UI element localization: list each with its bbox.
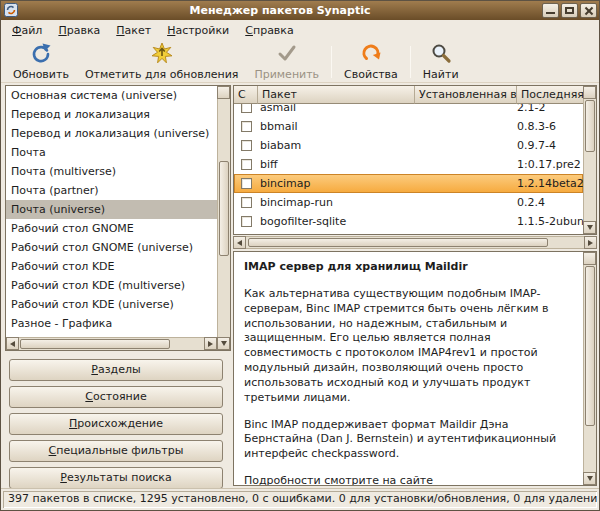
description-paragraph: Подробности смотрите на сайте http://www… [244, 474, 573, 485]
reload-button[interactable]: Обновить [5, 41, 77, 82]
scroll-down-arrow-icon[interactable] [583, 472, 596, 485]
package-name: bincimap-run [258, 196, 415, 209]
scrollbar-thumb[interactable] [585, 100, 595, 152]
scroll-right-arrow-icon[interactable] [584, 236, 597, 249]
sections-filter-button[interactable]: Разделы [9, 359, 223, 381]
table-row-selected[interactable]: bincimap 1.2.14beta2 [234, 174, 583, 193]
package-latest-version: 0.2.4 [517, 196, 583, 209]
toolbar-separator [331, 46, 332, 78]
scrollbar-thumb[interactable] [20, 339, 170, 349]
package-name: bbmail [258, 120, 415, 133]
synaptic-app-icon [4, 3, 18, 17]
section-item[interactable]: Перевод и локализация (universe) [6, 124, 217, 143]
section-item[interactable]: Основная система (universe) [6, 86, 217, 105]
minimize-icon [546, 12, 555, 14]
minimize-button[interactable] [542, 3, 559, 18]
scroll-left-arrow-icon[interactable] [233, 236, 246, 249]
section-item[interactable]: Разное - Графика [6, 314, 217, 333]
apply-button: Применить [246, 41, 327, 82]
column-header-latest-version[interactable]: Последняя ве [517, 86, 583, 104]
column-header-status[interactable]: C [234, 86, 258, 104]
maximize-icon [565, 7, 574, 14]
table-row[interactable]: biabam 0.9.7-4 [234, 136, 583, 155]
menu-settings[interactable]: Настройки [159, 21, 237, 40]
search-results-button[interactable]: Результаты поиска [9, 467, 223, 489]
description-vertical-scrollbar[interactable] [583, 252, 596, 485]
package-checkbox[interactable] [241, 121, 252, 132]
status-filter-button[interactable]: Состояние [9, 386, 223, 408]
table-vertical-scrollbar[interactable] [583, 86, 596, 234]
scrollbar-thumb[interactable] [248, 238, 548, 247]
properties-label: Свойства [344, 68, 398, 81]
scroll-right-arrow-icon[interactable] [204, 337, 217, 350]
table-row[interactable]: biff 1:0.17.pre2 [234, 155, 583, 174]
package-latest-version: 2.1-2 [517, 104, 583, 114]
properties-button[interactable]: Свойства [336, 41, 406, 82]
menu-package[interactable]: Пакет [108, 21, 159, 40]
menu-help[interactable]: Справка [237, 21, 301, 40]
scroll-up-arrow-icon[interactable] [583, 86, 596, 99]
scroll-left-arrow-icon[interactable] [6, 337, 19, 350]
menu-edit[interactable]: Правка [50, 21, 108, 40]
table-row[interactable]: bincimap-run 0.2.4 [234, 193, 583, 212]
package-checkbox[interactable] [241, 140, 252, 151]
package-checkbox[interactable] [241, 104, 252, 113]
mark-upgrades-icon [151, 42, 173, 67]
section-item[interactable]: Почта [6, 143, 217, 162]
titlebar[interactable]: Менеджер пакетов Synaptic [1, 1, 599, 20]
description-paragraph: Как альтернатива существующим подобным I… [244, 287, 573, 406]
package-latest-version: 0.8.3-6 [517, 120, 583, 133]
section-item[interactable]: Рабочий стол KDE [6, 257, 217, 276]
table-row[interactable]: asmail 2.1-2 [234, 104, 583, 117]
package-checkbox[interactable] [241, 159, 252, 170]
section-item[interactable]: Перевод и локализация [6, 105, 217, 124]
section-item[interactable]: Рабочий стол KDE (universe) [6, 295, 217, 314]
mark-upgrades-button[interactable]: Отметить для обновления [77, 41, 247, 82]
toolbar-separator [410, 46, 411, 78]
scroll-up-arrow-icon[interactable] [583, 252, 596, 265]
table-row[interactable]: bogofilter-sqlite 1.1.5-2ubun [234, 212, 583, 231]
menu-file[interactable]: Файл [4, 21, 50, 40]
section-item-selected[interactable]: Почта (universe) [6, 200, 217, 219]
table-horizontal-scrollbar[interactable] [233, 236, 597, 249]
close-button[interactable] [580, 3, 597, 18]
search-button[interactable]: Найти [415, 41, 467, 82]
package-name: bincimap [258, 177, 415, 190]
origin-filter-button[interactable]: Происхождение [9, 413, 223, 435]
sections-horizontal-scrollbar[interactable] [6, 337, 217, 350]
scroll-down-arrow-icon[interactable] [217, 337, 230, 350]
description-title: IMAP сервер для хранилищ Maildir [244, 260, 573, 275]
package-latest-version: 1.2.14beta2 [517, 177, 583, 190]
section-item[interactable]: Рабочий стол GNOME [6, 219, 217, 238]
section-item[interactable]: Рабочий стол GNOME (universe) [6, 238, 217, 257]
package-name: asmail [258, 104, 415, 114]
scrollbar-thumb[interactable] [585, 266, 595, 426]
description-paragraph: Binc IMAP поддерживает формат Maildir Дэ… [244, 418, 573, 463]
synaptic-window: Менеджер пакетов Synaptic Файл Правка Па… [0, 0, 600, 511]
scroll-up-arrow-icon[interactable] [217, 86, 230, 99]
menubar: Файл Правка Пакет Настройки Справка [1, 20, 599, 41]
section-item[interactable]: Почта (partner) [6, 181, 217, 200]
mark-upgrades-label: Отметить для обновления [85, 68, 239, 81]
section-item[interactable]: Почта (multiverse) [6, 162, 217, 181]
sections-vertical-scrollbar[interactable] [217, 86, 230, 350]
package-description-pane: IMAP сервер для хранилищ Maildir Как аль… [233, 251, 597, 486]
scrollbar-thumb[interactable] [219, 161, 229, 256]
table-row[interactable]: bbmail 0.8.3-6 [234, 117, 583, 136]
package-checkbox[interactable] [241, 197, 252, 208]
package-checkbox[interactable] [241, 178, 252, 189]
custom-filters-button[interactable]: Специальные фильтры [9, 440, 223, 462]
search-label: Найти [423, 68, 459, 81]
package-checkbox[interactable] [241, 216, 252, 227]
package-latest-version: 1.1.5-2ubun [517, 215, 583, 228]
package-name: biabam [258, 139, 415, 152]
scroll-down-arrow-icon[interactable] [583, 221, 596, 234]
toolbar: Обновить Отметить для обновления Примени… [1, 41, 599, 83]
main-area: Основная система (universe) Перевод и ло… [1, 83, 599, 488]
maximize-button[interactable] [561, 3, 578, 18]
properties-icon [360, 42, 382, 67]
column-header-package[interactable]: Пакет [258, 86, 415, 104]
section-item[interactable]: Рабочий стол KDE (multiverse) [6, 276, 217, 295]
column-header-installed-version[interactable]: Установленная ве [415, 86, 517, 104]
package-table: C Пакет Установленная ве Последняя ве as… [233, 85, 597, 235]
